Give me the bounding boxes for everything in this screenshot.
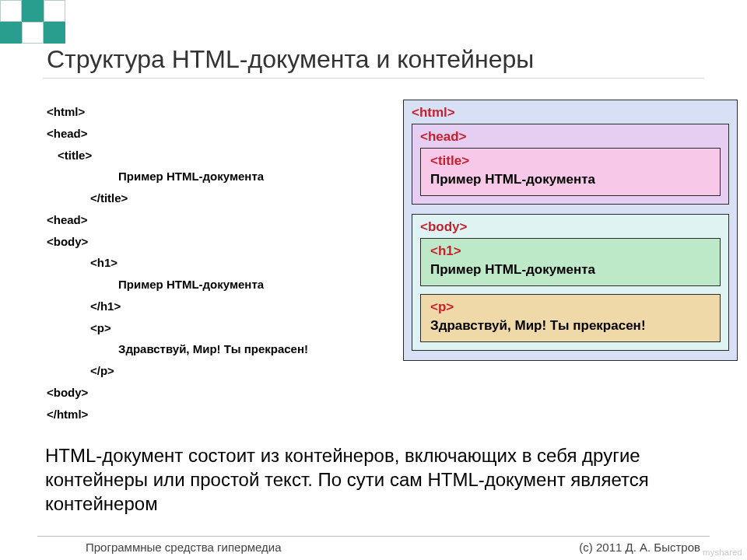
code-line: </title> xyxy=(90,187,308,209)
p-text: Здравствуй, Мир! Ты прекрасен! xyxy=(430,318,710,334)
slide-title: Структура HTML-документа и контейнеры xyxy=(47,45,534,74)
logo-square xyxy=(0,22,22,44)
h1-text: Пример HTML-документа xyxy=(430,262,710,278)
code-line: <title> xyxy=(58,145,308,166)
tag-label-body: <body> xyxy=(420,219,721,235)
footer-right-text: (с) 2011 Д. А. Быстров xyxy=(579,541,700,554)
code-line: <body> xyxy=(47,382,308,404)
html-source-listing: <html> <head> <title> Пример HTML-докуме… xyxy=(47,101,308,425)
tag-label-title: <title> xyxy=(430,153,710,169)
title-underline xyxy=(43,78,704,79)
box-head: <head> <title> Пример HTML-документа xyxy=(412,124,729,205)
container-diagram: <html> <head> <title> Пример HTML-докуме… xyxy=(403,100,738,361)
explanatory-paragraph: HTML-документ состоит из контейнеров, вк… xyxy=(45,443,714,516)
code-line: Здравствуй, Мир! Ты прекрасен! xyxy=(118,338,308,360)
title-text: Пример HTML-документа xyxy=(430,172,710,187)
code-line: </p> xyxy=(90,360,308,382)
logo-square xyxy=(44,22,65,44)
footer-left-text: Программные средства гипермедиа xyxy=(86,541,282,554)
box-h1: <h1> Пример HTML-документа xyxy=(420,238,721,286)
tag-label-html: <html> xyxy=(412,105,729,121)
logo-square xyxy=(22,0,44,22)
box-html: <html> <head> <title> Пример HTML-докуме… xyxy=(403,100,738,361)
code-line: <head> xyxy=(47,209,308,231)
code-line: </h1> xyxy=(90,296,308,317)
box-p: <p> Здравствуй, Мир! Ты прекрасен! xyxy=(420,294,721,342)
logo-square xyxy=(22,22,44,44)
code-line: <html> xyxy=(47,101,308,123)
watermark: myshared xyxy=(703,548,742,557)
tag-label-p: <p> xyxy=(430,299,710,315)
code-line: <body> xyxy=(47,231,308,253)
code-line: <head> xyxy=(47,123,308,145)
box-body: <body> <h1> Пример HTML-документа <p> Зд… xyxy=(412,214,729,351)
tag-label-h1: <h1> xyxy=(430,243,710,259)
tag-label-head: <head> xyxy=(420,129,721,145)
code-line: <h1> xyxy=(90,252,308,274)
logo-squares xyxy=(0,0,65,44)
box-title: <title> Пример HTML-документа xyxy=(420,148,721,196)
code-line: <p> xyxy=(90,317,308,339)
footer-separator xyxy=(37,536,710,537)
code-line: Пример HTML-документа xyxy=(118,166,308,187)
code-line: </html> xyxy=(47,404,308,425)
code-line: Пример HTML-документа xyxy=(118,274,308,296)
logo-square xyxy=(0,0,22,22)
logo-square xyxy=(44,0,65,22)
